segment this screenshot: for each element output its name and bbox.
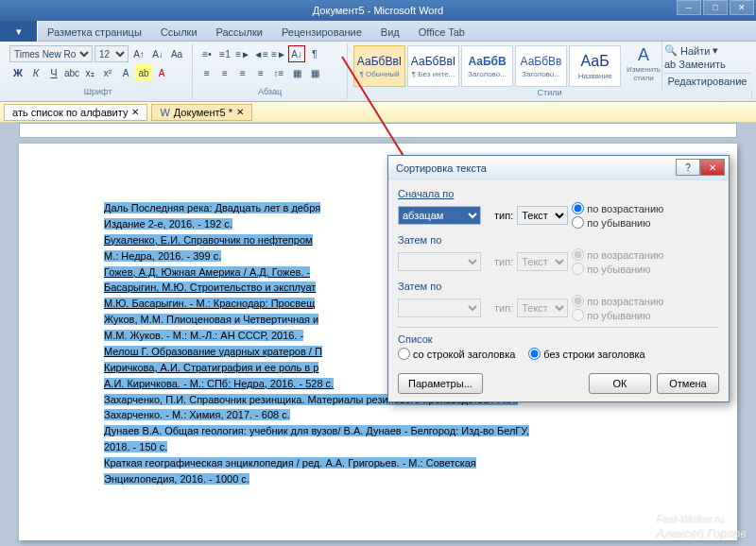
font-color-icon[interactable]: A: [153, 64, 170, 81]
align-right-icon[interactable]: ≡: [234, 64, 251, 81]
sort-type-select[interactable]: Текст: [517, 206, 568, 225]
font-family-select[interactable]: Times New Ro: [9, 45, 93, 62]
sort-icon[interactable]: A↓: [288, 45, 305, 62]
doc-tab-left[interactable]: ать список по алфавиту ✕: [4, 104, 147, 121]
group-label-font: Шрифт: [9, 86, 186, 97]
first-by-label: Сначала по: [398, 188, 719, 199]
horizontal-ruler[interactable]: [19, 123, 737, 138]
dialog-help-button[interactable]: ?: [676, 159, 700, 176]
replace-button[interactable]: abЗаменить: [664, 58, 750, 71]
then-by-label-2: Затем по: [398, 281, 719, 292]
line-spacing-icon[interactable]: ↕≡: [270, 64, 287, 81]
numbering-icon[interactable]: ≡1: [216, 45, 233, 62]
editing-pane: 🔍Найти ▾ abЗаменить Редактирование: [662, 42, 752, 90]
align-left-icon[interactable]: ≡: [198, 64, 215, 81]
inc-indent-icon[interactable]: ≡►: [270, 45, 287, 62]
font-size-select[interactable]: 12: [94, 45, 129, 62]
style-no-spacing[interactable]: АаБбВвІ¶ Без инте...: [407, 45, 459, 87]
app-title: Документ5 - Microsoft Word: [313, 5, 443, 16]
maximize-button[interactable]: □: [703, 0, 728, 15]
then-type-select-2[interactable]: Текст: [517, 299, 568, 317]
group-label-para: Абзац: [198, 86, 341, 97]
sort-by-select[interactable]: абзацам: [398, 206, 481, 225]
shading-icon[interactable]: ▦: [288, 64, 305, 81]
tab-mailings[interactable]: Рассылки: [207, 24, 272, 41]
desc-radio-3: по убыванию: [572, 309, 663, 321]
style-title[interactable]: АаБНазвание: [569, 45, 621, 87]
ok-button[interactable]: ОК: [589, 373, 651, 394]
underline-icon[interactable]: Ч: [45, 64, 62, 81]
dec-indent-icon[interactable]: ◄≡: [252, 45, 269, 62]
doc-tab-active[interactable]: WДокумент5 * ✕: [151, 104, 252, 121]
subscript-icon[interactable]: x₂: [81, 64, 98, 81]
no-header-radio[interactable]: без строки заголовка: [528, 348, 644, 360]
dialog-title: Сортировка текста: [396, 162, 487, 174]
strike-icon[interactable]: abc: [63, 64, 80, 81]
bullets-icon[interactable]: ≡•: [198, 45, 215, 62]
doc-tabs-bar: ать список по алфавиту ✕ WДокумент5 * ✕: [0, 102, 756, 123]
find-button[interactable]: 🔍Найти ▾: [664, 43, 750, 58]
list-label: Список: [398, 333, 719, 345]
bold-icon[interactable]: Ж: [9, 64, 26, 81]
tab-review[interactable]: Рецензирование: [272, 24, 371, 41]
asc-radio-3: по возрастанию: [572, 295, 663, 307]
text-effect-icon[interactable]: A: [117, 64, 134, 81]
window-controls: ─ □ ✕: [677, 0, 754, 15]
change-styles-button[interactable]: A Изменить стили: [623, 45, 664, 82]
asc-radio[interactable]: по возрастанию: [572, 202, 663, 214]
superscript-icon[interactable]: x²: [99, 64, 116, 81]
type-label: тип:: [494, 210, 513, 221]
with-header-radio[interactable]: со строкой заголовка: [398, 348, 515, 360]
title-bar: Документ5 - Microsoft Word ─ □ ✕: [0, 0, 756, 21]
tab-references[interactable]: Ссылки: [151, 24, 207, 41]
change-styles-icon: A: [638, 45, 649, 65]
ribbon-tabs: Разметка страницы Ссылки Рассылки Реценз…: [0, 21, 756, 42]
style-heading2[interactable]: АаБбВвЗаголово...: [515, 45, 567, 87]
file-tab[interactable]: ▾: [0, 21, 38, 42]
then-by-label-1: Затем по: [398, 234, 719, 246]
italic-icon[interactable]: К: [27, 64, 44, 81]
desc-radio-2: по убыванию: [572, 263, 663, 275]
desc-radio[interactable]: по убыванию: [572, 216, 663, 229]
align-center-icon[interactable]: ≡: [216, 64, 233, 81]
params-button[interactable]: Параметры...: [398, 373, 483, 394]
group-font: Times New Ro 12 A↑ A↓ Aa Ж К Ч abc x₂ x²…: [4, 43, 193, 99]
style-heading1[interactable]: АаБбВЗаголово...: [461, 45, 513, 87]
dialog-titlebar[interactable]: Сортировка текста ? ✕: [388, 156, 729, 180]
cancel-button[interactable]: Отмена: [657, 373, 719, 394]
replace-icon: ab: [664, 59, 676, 70]
select-button[interactable]: Редактирование: [664, 73, 750, 88]
justify-icon[interactable]: ≡: [252, 64, 269, 81]
tab-office-tab[interactable]: Office Tab: [409, 24, 474, 41]
multilevel-icon[interactable]: ≡►: [234, 45, 251, 62]
change-case-icon[interactable]: Aa: [168, 45, 185, 62]
minimize-button[interactable]: ─: [677, 0, 701, 15]
tab-view[interactable]: Вид: [371, 24, 409, 41]
then-by-select-2[interactable]: [398, 299, 481, 317]
sort-dialog: Сортировка текста ? ✕ Сначала по абзацам…: [387, 155, 730, 402]
highlight-icon[interactable]: ab: [135, 64, 152, 81]
word-doc-icon: W: [160, 107, 169, 118]
find-icon: 🔍: [664, 44, 678, 57]
grow-font-icon[interactable]: A↑: [130, 45, 147, 62]
tab-page-layout[interactable]: Разметка страницы: [38, 24, 151, 41]
group-paragraph: ≡• ≡1 ≡► ◄≡ ≡► A↓ ¶ ≡ ≡ ≡ ≡ ↕≡ ▦ ▦: [193, 43, 348, 99]
ribbon: Times New Ro 12 A↑ A↓ Aa Ж К Ч abc x₂ x²…: [0, 42, 756, 102]
shrink-font-icon[interactable]: A↓: [149, 45, 166, 62]
style-normal[interactable]: АаБбВвІ¶ Обычный: [353, 45, 405, 87]
show-marks-icon[interactable]: ¶: [306, 45, 323, 62]
borders-icon[interactable]: ▦: [306, 64, 323, 81]
dialog-close-button[interactable]: ✕: [700, 159, 725, 176]
then-type-select-1[interactable]: Текст: [517, 252, 568, 271]
then-by-select-1[interactable]: [398, 252, 481, 271]
asc-radio-2: по возрастанию: [572, 248, 663, 261]
close-button[interactable]: ✕: [730, 0, 754, 15]
